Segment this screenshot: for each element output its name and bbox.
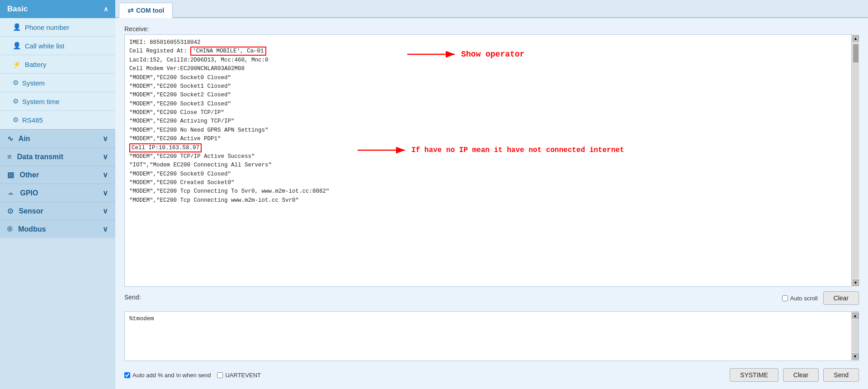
receive-line-imei: IMEI: 865016055318042 Cell Registed At: … [129, 39, 330, 204]
sidebar-group-sensor[interactable]: ⊙ Sensor ∨ [0, 202, 115, 220]
sensor-icon: ⊙ [7, 207, 13, 215]
sidebar-group-gpio[interactable]: ⫠ GPIO ∨ [0, 184, 115, 202]
sidebar-sensor-label: Sensor [19, 207, 43, 215]
receive-section: Receive: IMEI: 865016055318042 Cell Regi… [124, 25, 859, 287]
receive-container: IMEI: 865016055318042 Cell Registed At: … [124, 34, 859, 287]
content-area: Receive: IMEI: 865016055318042 Cell Regi… [115, 18, 868, 389]
ain-chevron-icon: ∨ [103, 134, 108, 143]
send-scroll-track [852, 320, 859, 352]
system-time-icon: ⚙ [13, 97, 19, 105]
system-icon: ⚙ [13, 79, 19, 87]
scroll-down-btn[interactable]: ▼ [853, 280, 859, 286]
scroll-up-btn[interactable]: ▲ [853, 35, 859, 42]
sidebar-phone-number-label: Phone number [25, 24, 69, 31]
main-panel: ⇄ COM tool Receive: IMEI: 86501605531804… [115, 0, 868, 389]
sidebar-item-phone-number[interactable]: 👤 Phone number [0, 18, 115, 37]
uart-event-text: UARTEVENT [225, 372, 261, 379]
bottom-right-buttons: SYSTIME Clear Send [730, 368, 859, 382]
gpio-chevron-icon: ∨ [103, 189, 108, 197]
auto-scroll-label[interactable]: Auto scroll [782, 295, 818, 302]
receive-scrollbar[interactable]: ▲ ▼ [852, 34, 859, 287]
gpio-icon: ⫠ [7, 189, 14, 197]
send-label: Send: [124, 294, 141, 301]
com-tool-tab-label: COM tool [136, 7, 164, 14]
sidebar-system-time-label: System time [22, 98, 60, 105]
other-icon: ▤ [7, 171, 14, 179]
uart-event-label[interactable]: UARTEVENT [217, 372, 261, 379]
sidebar-group-modbus[interactable]: ® Modbus ∨ [0, 220, 115, 238]
send-scrollbar[interactable]: ▲ ▼ [851, 312, 859, 361]
scroll-track [853, 43, 859, 279]
send-button[interactable]: Send [823, 368, 859, 382]
other-chevron-icon: ∨ [103, 171, 108, 179]
sidebar-item-battery[interactable]: ⚡ Battery [0, 55, 115, 74]
sidebar-basic-label: Basic [7, 5, 28, 14]
send-scroll-down-btn[interactable]: ▼ [852, 353, 859, 360]
scroll-thumb[interactable] [853, 44, 859, 62]
person2-icon: 👤 [13, 42, 21, 50]
auto-scroll-text: Auto scroll [790, 295, 818, 302]
sidebar-group-ain[interactable]: ∿ Ain ∨ [0, 129, 115, 147]
basic-chevron-icon: ∧ [104, 5, 108, 13]
sidebar-item-system[interactable]: ⚙ System [0, 74, 115, 92]
send-area-wrapper: %tmodem ▲ ▼ [124, 311, 859, 361]
send-textarea[interactable]: %tmodem [125, 312, 851, 361]
sidebar-gpio-label: GPIO [20, 189, 38, 197]
sidebar-group-other[interactable]: ▤ Other ∨ [0, 166, 115, 184]
sidebar-ain-label: Ain [19, 135, 30, 142]
uart-event-checkbox[interactable] [217, 372, 223, 378]
sidebar-item-call-white-list[interactable]: 👤 Call white list [0, 37, 115, 55]
com-tool-tab-icon: ⇄ [127, 6, 133, 14]
sidebar-system-label: System [22, 79, 45, 87]
ip-highlight: Cell IP:10.163.58.97 [129, 143, 202, 152]
data-transmit-icon: ≡ [7, 153, 11, 161]
sidebar-battery-label: Battery [25, 61, 47, 68]
receive-text-content: IMEI: 865016055318042 Cell Registed At: … [129, 38, 847, 283]
tab-bar: ⇄ COM tool [115, 0, 868, 18]
send-row-right: Auto scroll Clear [782, 291, 859, 305]
systime-button[interactable]: SYSTIME [730, 368, 778, 382]
china-mobile-highlight: 'CHINA MOBILE', Ca←01 [190, 47, 266, 56]
auto-add-label[interactable]: Auto add % and \n when send [124, 372, 211, 379]
ain-icon: ∿ [7, 135, 13, 142]
rs485-icon: ⚙ [13, 116, 19, 124]
auto-add-checkbox[interactable] [124, 372, 130, 378]
receive-label: Receive: [124, 25, 859, 33]
modbus-icon: ® [7, 225, 13, 233]
auto-scroll-checkbox[interactable] [782, 295, 788, 301]
send-scroll-up-btn[interactable]: ▲ [852, 313, 859, 319]
sidebar-data-transmit-label: Data transmit [17, 153, 63, 161]
battery-icon: ⚡ [13, 60, 21, 68]
sidebar-item-system-time[interactable]: ⚙ System time [0, 92, 115, 111]
sidebar-other-label: Other [19, 171, 39, 179]
com-tool-tab[interactable]: ⇄ COM tool [119, 3, 173, 18]
sidebar: Basic ∧ 👤 Phone number 👤 Call white list… [0, 0, 115, 389]
clear-receive-button[interactable]: Clear [823, 291, 859, 305]
sidebar-group-data-transmit[interactable]: ≡ Data transmit ∨ [0, 147, 115, 166]
receive-area: IMEI: 865016055318042 Cell Registed At: … [124, 34, 852, 287]
send-header-row: Send: Auto scroll Clear [124, 291, 859, 305]
auto-add-text: Auto add % and \n when send [132, 372, 211, 379]
sidebar-call-white-list-label: Call white list [25, 42, 65, 50]
data-transmit-chevron-icon: ∨ [103, 152, 108, 161]
sidebar-basic-header[interactable]: Basic ∧ [0, 0, 115, 18]
modbus-chevron-icon: ∨ [103, 225, 108, 233]
sidebar-rs485-label: RS485 [22, 116, 43, 124]
clear-send-button[interactable]: Clear [783, 368, 819, 382]
sidebar-modbus-label: Modbus [18, 225, 46, 233]
bottom-toolbar: Auto add % and \n when send UARTEVENT SY… [124, 365, 859, 382]
sidebar-item-rs485[interactable]: ⚙ RS485 [0, 111, 115, 129]
person-icon: 👤 [13, 23, 21, 31]
sensor-chevron-icon: ∨ [103, 207, 108, 215]
